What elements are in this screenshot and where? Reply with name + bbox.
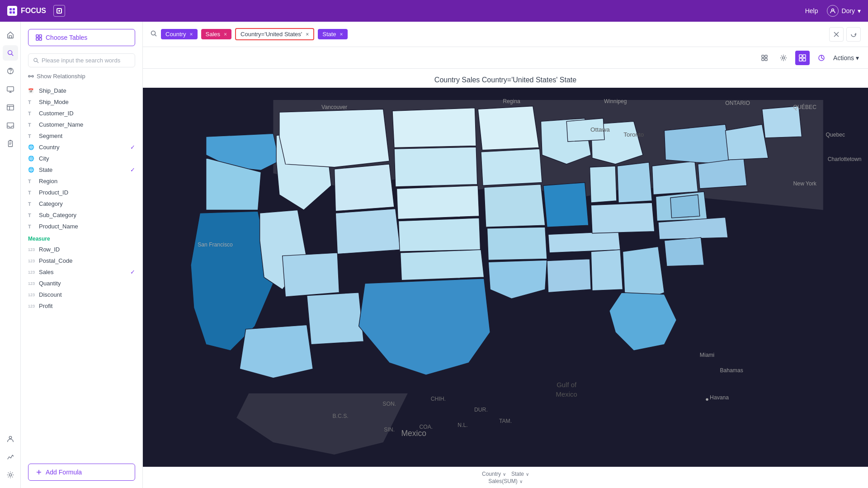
svg-point-44 xyxy=(783,57,785,59)
field-sales[interactable]: 123 Sales ✓ xyxy=(21,266,142,278)
field-type-icon: T xyxy=(28,179,35,184)
filter-search-icon[interactable] xyxy=(150,30,157,39)
field-product-id[interactable]: T Product_ID xyxy=(21,187,142,198)
sidebar-item-chart[interactable] xyxy=(3,449,18,464)
map-area: Toronto Ottawa San Francisco Vancouver R… xyxy=(143,88,868,467)
grid-view-button[interactable] xyxy=(795,51,810,65)
field-type-icon: T xyxy=(28,111,35,116)
mexico-label: Mexico xyxy=(401,429,426,438)
nl-label: N.L. xyxy=(458,422,467,428)
svg-rect-45 xyxy=(799,55,802,57)
add-formula-button[interactable]: Add Formula xyxy=(28,464,135,481)
field-segment[interactable]: T Segment xyxy=(21,130,142,142)
clear-filter-button[interactable] xyxy=(829,27,844,42)
field-customer-id[interactable]: T Customer_ID xyxy=(21,108,142,119)
filter-tag-label: Country='United States' xyxy=(241,31,302,38)
filter-tag-country[interactable]: Country × xyxy=(161,29,198,39)
actions-menu[interactable]: Actions ▾ xyxy=(833,54,859,62)
svg-rect-2 xyxy=(9,11,12,14)
new-tab-button[interactable] xyxy=(53,5,65,17)
svg-line-37 xyxy=(155,34,157,36)
field-type-icon: 123 xyxy=(28,304,35,308)
right-panel: Country × Sales × Country='United States… xyxy=(143,22,868,488)
svg-rect-48 xyxy=(803,58,806,61)
sidebar-item-search[interactable] xyxy=(3,45,18,61)
coa-label: COA. xyxy=(419,424,433,430)
svg-rect-41 xyxy=(765,55,767,57)
city-label-winnipeg: Winnipeg xyxy=(604,98,627,104)
field-type-icon: T xyxy=(28,122,35,128)
city-label-sf: San Francisco xyxy=(198,242,233,248)
svg-rect-43 xyxy=(765,58,767,61)
field-state[interactable]: 🌐 State ✓ xyxy=(21,164,142,175)
sidebar-item-question[interactable] xyxy=(3,63,18,79)
choose-tables-button[interactable]: Choose Tables xyxy=(28,29,135,46)
topbar: FOCUS Help Dory ▾ xyxy=(0,0,868,22)
field-customer-name[interactable]: T Customer_Name xyxy=(21,119,142,130)
filter-tag-state[interactable]: State × xyxy=(318,29,347,39)
field-product-name[interactable]: T Product_Name xyxy=(21,221,142,232)
legend-country[interactable]: Country ∨ xyxy=(482,471,506,477)
settings-button[interactable] xyxy=(776,51,791,65)
filter-tag-close[interactable]: × xyxy=(190,31,193,38)
sidebar-item-inbox[interactable] xyxy=(3,118,18,133)
search-icon xyxy=(33,57,39,63)
sidebar-item-clipboard[interactable] xyxy=(3,136,18,151)
app-logo: FOCUS xyxy=(7,6,46,16)
state-chevron: ∨ xyxy=(526,472,529,477)
filter-tag-label: Country xyxy=(165,31,186,38)
field-name: Row_ID xyxy=(39,246,135,253)
check-icon: ✓ xyxy=(130,166,135,173)
field-search-box[interactable]: Please input the search words xyxy=(28,53,135,67)
svg-point-24 xyxy=(9,474,11,476)
refresh-button[interactable] xyxy=(846,27,861,42)
chart-type-button[interactable] xyxy=(814,51,829,65)
sidebar-item-monitor[interactable] xyxy=(3,81,18,97)
sidebar-item-table[interactable] xyxy=(3,99,18,115)
filter-tag-country-filter[interactable]: Country='United States' × xyxy=(235,28,314,40)
sidebar-item-settings[interactable] xyxy=(3,467,18,483)
field-city[interactable]: 🌐 City xyxy=(21,153,142,164)
legend-state[interactable]: State ∨ xyxy=(511,471,529,477)
filter-tag-close[interactable]: × xyxy=(340,31,343,38)
fit-screen-button[interactable] xyxy=(757,51,772,65)
field-country[interactable]: 🌐 Country ✓ xyxy=(21,142,142,153)
filter-tag-close[interactable]: × xyxy=(224,31,227,38)
svg-rect-27 xyxy=(36,38,38,40)
topbar-right: Help Dory ▾ xyxy=(805,5,861,17)
sales-chevron: ∨ xyxy=(519,479,523,484)
field-name: Category xyxy=(39,200,135,207)
field-profit[interactable]: 123 Profit xyxy=(21,300,142,312)
city-label-miami: Miami xyxy=(700,352,714,358)
field-ship-mode[interactable]: T Ship_Mode xyxy=(21,96,142,108)
field-name: City xyxy=(39,155,135,162)
show-relationship[interactable]: Show Relationship xyxy=(28,73,135,80)
field-postal-code[interactable]: 123 Postal_Code xyxy=(21,255,142,266)
field-sub-category[interactable]: T Sub_Category xyxy=(21,209,142,221)
user-menu[interactable]: Dory ▾ xyxy=(827,5,861,17)
app-name: FOCUS xyxy=(21,7,46,15)
field-name: Customer_ID xyxy=(39,110,135,117)
field-type-icon: 123 xyxy=(28,259,35,263)
globe-icon: 🌐 xyxy=(28,156,35,161)
field-row-id[interactable]: 123 Row_ID xyxy=(21,244,142,255)
chih-label: CHIH. xyxy=(431,396,446,402)
city-label-vancouver: Vancouver xyxy=(321,104,347,110)
filter-bar-right xyxy=(829,27,861,42)
add-formula-label: Add Formula xyxy=(46,469,82,476)
filter-tag-sales[interactable]: Sales × xyxy=(201,29,232,39)
legend-row-1: Country ∨ State ∨ xyxy=(482,471,529,477)
field-category[interactable]: T Category xyxy=(21,198,142,209)
sidebar-item-home[interactable] xyxy=(3,27,18,43)
filter-tag-close[interactable]: × xyxy=(306,31,309,38)
sidebar-item-person[interactable] xyxy=(3,431,18,446)
actions-chevron: ▾ xyxy=(856,54,859,62)
help-link[interactable]: Help xyxy=(805,7,818,14)
field-region[interactable]: T Region xyxy=(21,175,142,187)
field-quantity[interactable]: 123 Quantity xyxy=(21,278,142,289)
field-name: Segment xyxy=(39,133,135,139)
field-discount[interactable]: 123 Discount xyxy=(21,289,142,300)
field-ship-date[interactable]: 📅 Ship_Date xyxy=(21,85,142,96)
legend-sales[interactable]: Sales(SUM) ∨ xyxy=(488,478,523,484)
svg-point-32 xyxy=(32,76,33,77)
